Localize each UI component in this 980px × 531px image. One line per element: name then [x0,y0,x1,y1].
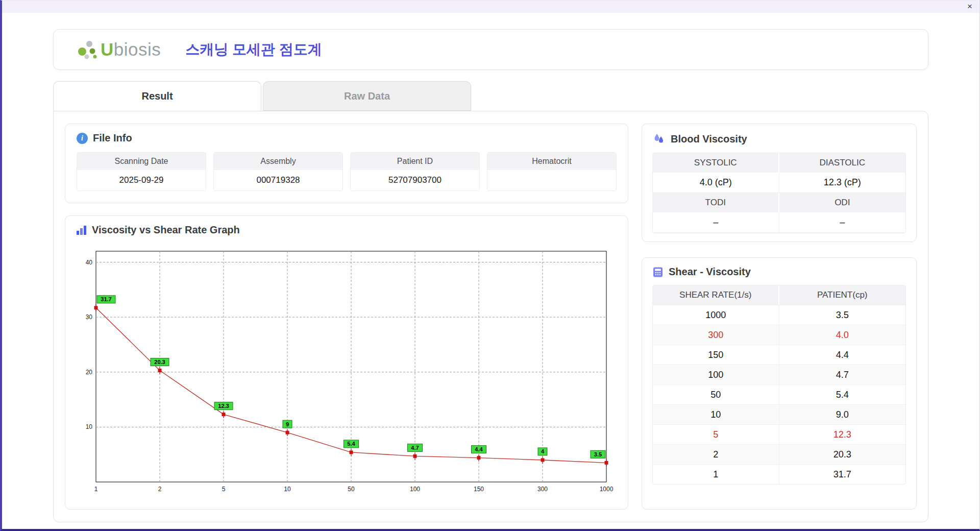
blood-viscosity-card: Blood Viscosity SYSTOLIC DIASTOLIC 4.0 (… [642,124,917,242]
svg-text:31.7: 31.7 [101,296,111,302]
bv-label-odi: ODI [779,193,906,212]
app-window: × Ubiosis 스캐닝 모세관 점도계 Result Raw Data [0,0,980,531]
window-content: Ubiosis 스캐닝 모세관 점도계 Result Raw Data i Fi… [2,13,979,529]
bv-label-systolic: SYSTOLIC [653,153,779,173]
right-column: Blood Viscosity SYSTOLIC DIASTOLIC 4.0 (… [642,124,917,510]
app-header: Ubiosis 스캐닝 모세관 점도계 [53,29,928,70]
svg-text:150: 150 [474,486,484,493]
close-icon[interactable]: × [967,1,972,12]
graph-title-row: Viscosity vs Shear Rate Graph [76,224,618,236]
field-assembly: Assembly 000719328 [213,152,343,191]
svg-text:40: 40 [86,259,93,266]
svg-text:300: 300 [537,486,548,493]
svg-text:30: 30 [86,313,93,321]
table-row: 1000 3.5 [653,305,905,325]
file-info-title: File Info [93,132,132,144]
calculator-icon [652,267,664,278]
svg-text:20.3: 20.3 [154,359,165,365]
svg-text:1: 1 [94,486,98,493]
svg-text:10: 10 [86,423,93,430]
table-row: 100 4.7 [653,365,905,384]
graph-title: Viscosity vs Shear Rate Graph [92,224,240,236]
svg-text:5.4: 5.4 [347,441,355,447]
bv-label-todi: TODI [653,193,779,212]
svg-text:50: 50 [348,486,355,493]
blood-viscosity-title-row: Blood Viscosity [652,132,906,146]
logo-dots-icon [75,38,99,61]
blood-viscosity-table: SYSTOLIC DIASTOLIC 4.0 (cP) 12.3 (cP) TO… [652,153,906,233]
info-icon: i [77,133,88,144]
svg-text:4.7: 4.7 [411,445,419,451]
shear-viscosity-title: Shear - Viscosity [669,266,751,278]
sv-header-row: SHEAR RATE(1/s) PATIENT(cp) [653,285,905,305]
bv-value-systolic: 4.0 (cP) [653,173,779,193]
table-row: 10 9.0 [653,404,905,424]
svg-text:100: 100 [410,486,420,493]
svg-text:2: 2 [158,486,162,493]
viscosity-chart: 102030401251050100150300100031.720.312.3… [76,243,617,497]
svg-text:1000: 1000 [600,486,614,493]
tab-bar: Result Raw Data [53,81,979,111]
svg-text:12.3: 12.3 [218,403,229,409]
svg-text:4.4: 4.4 [475,446,483,452]
svg-text:9: 9 [286,421,289,427]
bar-chart-icon [76,225,87,236]
svg-text:3.5: 3.5 [594,451,602,457]
table-row: 5 12.3 [653,424,905,444]
bv-value-todi: – [653,212,779,233]
field-hematocrit: Hematocrit [487,152,617,191]
table-row: 2 20.3 [653,444,905,464]
bv-value-row: 4.0 (cP) 12.3 (cP) [653,173,905,193]
file-info-card: i File Info Scanning Date 2025-09-29 Ass… [65,124,628,203]
bv-header-row: TODI ODI [653,193,905,212]
bv-label-diastolic: DIASTOLIC [779,153,906,173]
water-drop-icon [652,132,666,146]
tab-result[interactable]: Result [53,81,261,111]
tab-raw-data[interactable]: Raw Data [263,81,471,111]
bv-header-row: SYSTOLIC DIASTOLIC [653,153,905,173]
field-patient-id: Patient ID 52707903700 [350,152,480,191]
table-row: 1 31.7 [653,464,905,484]
logo-text: Ubiosis [101,39,161,60]
svg-text:5: 5 [222,486,226,493]
field-scanning-date: Scanning Date 2025-09-29 [77,152,206,191]
sv-col-shear-rate: SHEAR RATE(1/s) [653,285,779,305]
blood-viscosity-title: Blood Viscosity [671,133,747,145]
file-info-title-row: i File Info [77,132,617,144]
page-title: 스캐닝 모세관 점도계 [185,40,322,59]
shear-viscosity-card: Shear - Viscosity SHEAR RATE(1/s) PATIEN… [642,257,917,510]
graph-card: Viscosity vs Shear Rate Graph 1020304012… [65,215,628,510]
table-row: 300 4.0 [653,325,905,345]
bv-value-odi: – [779,212,906,233]
svg-text:4: 4 [541,448,545,454]
bv-value-row: – – [653,212,905,233]
svg-text:10: 10 [284,486,291,493]
shear-viscosity-title-row: Shear - Viscosity [652,266,906,278]
shear-viscosity-table: SHEAR RATE(1/s) PATIENT(cp) 1000 3.5 300… [652,285,906,485]
sv-body: 1000 3.5 300 4.0 150 4.4 [653,305,905,484]
sv-col-patient: PATIENT(cp) [779,285,906,305]
file-info-fields: Scanning Date 2025-09-29 Assembly 000719… [77,152,617,191]
table-row: 50 5.4 [653,384,905,404]
bv-value-diastolic: 12.3 (cP) [779,173,906,193]
svg-text:20: 20 [86,369,93,376]
ubiosis-logo: Ubiosis [75,38,161,61]
window-titlebar: × [2,1,979,13]
left-column: i File Info Scanning Date 2025-09-29 Ass… [65,124,628,510]
table-row: 150 4.4 [653,345,905,365]
result-panel: i File Info Scanning Date 2025-09-29 Ass… [53,111,928,522]
